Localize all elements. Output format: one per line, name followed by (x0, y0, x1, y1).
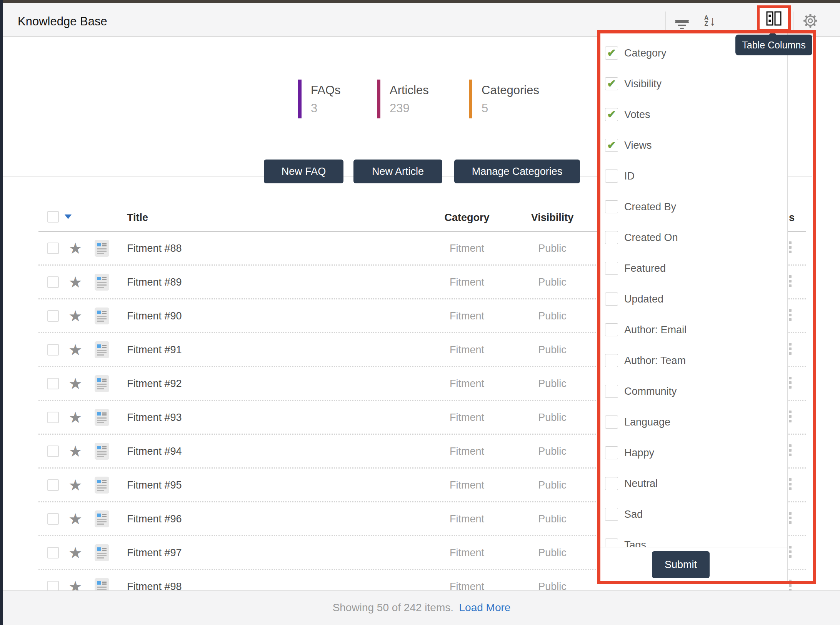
star-icon[interactable]: ★ (68, 477, 82, 493)
stat-bar (377, 80, 380, 118)
kebab-menu-icon[interactable] (789, 411, 792, 424)
kebab-menu-icon[interactable] (789, 309, 792, 323)
column-option-featured[interactable]: Featured (600, 253, 787, 284)
kebab-menu-icon[interactable] (789, 275, 792, 289)
document-icon (95, 510, 109, 527)
column-option-language[interactable]: Language (600, 407, 787, 437)
row-visibility: Public (528, 547, 577, 559)
kebab-menu-icon[interactable] (789, 444, 792, 458)
column-option-created-on[interactable]: Created On (600, 222, 787, 253)
column-option-updated[interactable]: Updated (600, 284, 787, 314)
manage-categories-button[interactable]: Manage Categories (454, 160, 580, 183)
filter-icon[interactable] (673, 12, 690, 29)
column-option-id[interactable]: ID (600, 161, 787, 191)
row-title[interactable]: Fitment #98 (127, 580, 182, 590)
row-checkbox[interactable] (47, 378, 59, 389)
stat-value: 5 (482, 99, 539, 118)
select-all-checkbox[interactable] (47, 211, 59, 223)
star-icon[interactable]: ★ (68, 376, 82, 391)
star-icon[interactable]: ★ (68, 545, 82, 560)
row-checkbox[interactable] (47, 479, 59, 491)
checkbox[interactable] (605, 354, 618, 367)
settings-gear-icon[interactable] (802, 12, 819, 29)
column-option-author-email[interactable]: Author: Email (600, 314, 787, 345)
row-checkbox[interactable] (47, 344, 59, 356)
star-icon[interactable]: ★ (68, 342, 82, 357)
star-icon[interactable]: ★ (68, 274, 82, 290)
checkbox[interactable] (605, 139, 618, 152)
row-checkbox[interactable] (47, 547, 59, 559)
stat-faqs: FAQs 3 (298, 80, 341, 118)
column-option-votes[interactable]: Votes (600, 99, 787, 130)
row-title[interactable]: Fitment #94 (127, 445, 182, 457)
row-checkbox[interactable] (47, 412, 59, 423)
star-icon[interactable]: ★ (68, 579, 82, 591)
row-title[interactable]: Fitment #90 (127, 310, 182, 322)
column-option-tags[interactable]: Tags (600, 530, 787, 547)
checkbox[interactable] (605, 200, 618, 213)
checkbox[interactable] (605, 385, 618, 398)
row-checkbox[interactable] (47, 445, 59, 457)
checkbox[interactable] (605, 231, 618, 244)
checkbox[interactable] (605, 77, 618, 90)
checkbox[interactable] (605, 47, 618, 60)
kebab-menu-icon[interactable] (789, 478, 792, 492)
kebab-menu-icon[interactable] (789, 377, 792, 391)
submit-button[interactable]: Submit (652, 551, 710, 578)
kebab-menu-icon[interactable] (789, 546, 792, 560)
row-title[interactable]: Fitment #97 (127, 547, 182, 559)
checkbox[interactable] (605, 446, 618, 459)
checkbox[interactable] (605, 539, 618, 547)
sort-az-icon[interactable]: AZ↓ (702, 12, 718, 29)
checkbox[interactable] (605, 477, 618, 490)
column-header-visibility[interactable]: Visibility (528, 212, 577, 224)
row-title[interactable]: Fitment #89 (127, 276, 182, 288)
column-header-title[interactable]: Title (127, 212, 148, 224)
row-checkbox[interactable] (47, 276, 59, 288)
star-icon[interactable]: ★ (68, 444, 82, 459)
column-option-created-by[interactable]: Created By (600, 191, 787, 222)
column-option-sad[interactable]: Sad (600, 499, 787, 530)
checkbox[interactable] (605, 262, 618, 275)
row-title[interactable]: Fitment #92 (127, 377, 182, 389)
column-option-neutral[interactable]: Neutral (600, 468, 787, 499)
row-checkbox[interactable] (47, 243, 59, 254)
row-checkbox[interactable] (47, 581, 59, 591)
row-title[interactable]: Fitment #88 (127, 242, 182, 254)
row-visibility: Public (528, 344, 577, 356)
kebab-menu-icon[interactable] (789, 343, 792, 357)
table-columns-icon[interactable] (766, 10, 782, 27)
star-icon[interactable]: ★ (68, 410, 82, 425)
row-title[interactable]: Fitment #91 (127, 344, 182, 356)
checkbox[interactable] (605, 170, 618, 183)
column-option-visibility[interactable]: Visibility (600, 68, 787, 99)
row-title[interactable]: Fitment #95 (127, 479, 182, 491)
select-menu-caret-icon[interactable] (65, 214, 72, 219)
column-option-views[interactable]: Views (600, 130, 787, 161)
row-title[interactable]: Fitment #93 (127, 411, 182, 423)
new-faq-button[interactable]: New FAQ (264, 160, 343, 183)
grid-icon[interactable] (735, 12, 752, 29)
column-option-community[interactable]: Community (600, 376, 787, 407)
column-header-category[interactable]: Category (442, 212, 492, 224)
column-option-happy[interactable]: Happy (600, 437, 787, 468)
star-icon[interactable]: ★ (68, 308, 82, 324)
star-icon[interactable]: ★ (68, 241, 82, 256)
column-option-author-team[interactable]: Author: Team (600, 345, 787, 376)
row-title[interactable]: Fitment #96 (127, 513, 182, 525)
checkbox[interactable] (605, 508, 618, 521)
kebab-menu-icon[interactable] (789, 580, 792, 591)
row-checkbox[interactable] (47, 310, 59, 322)
row-checkbox[interactable] (47, 513, 59, 525)
checkbox[interactable] (605, 323, 618, 336)
new-article-button[interactable]: New Article (353, 160, 442, 183)
kebab-menu-icon[interactable] (789, 241, 792, 255)
checkbox[interactable] (605, 108, 618, 121)
document-icon (95, 477, 109, 494)
checkbox[interactable] (605, 293, 618, 306)
document-icon (95, 409, 109, 426)
load-more-link[interactable]: Load More (459, 602, 511, 613)
star-icon[interactable]: ★ (68, 511, 82, 527)
kebab-menu-icon[interactable] (789, 512, 792, 526)
checkbox[interactable] (605, 416, 618, 429)
